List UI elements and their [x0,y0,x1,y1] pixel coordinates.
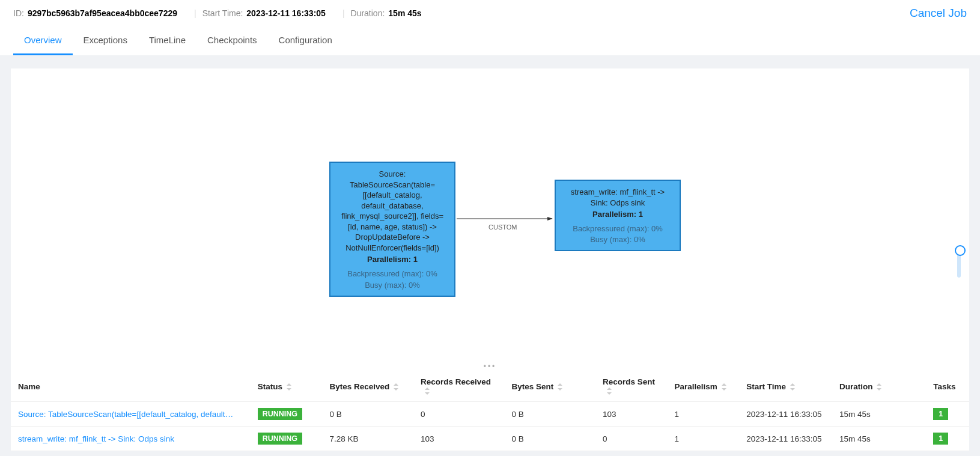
job-meta-row: ID: 9297bc5963b7af95eacea4bb0cee7229 | S… [13,0,967,26]
id-value: 9297bc5963b7af95eacea4bb0cee7229 [28,8,177,18]
graph-node-title: Source: TableSourceScan(table=[[default_… [338,169,447,253]
cancel-job-link[interactable]: Cancel Job [910,7,967,20]
graph-node-busy: Busy (max): 0% [563,234,672,245]
graph-edge [11,68,969,363]
ellipsis-icon: ••• [484,362,497,371]
bytes-received-cell: 0 B [322,402,413,427]
sort-icon [393,383,399,391]
col-status[interactable]: Status [251,371,323,402]
sort-icon [424,388,430,395]
sort-icon [876,383,882,391]
start-time-cell: 2023-12-11 16:33:05 [739,402,832,427]
sort-icon [790,383,796,391]
records-received-cell: 0 [413,402,505,427]
tab-exceptions[interactable]: Exceptions [73,35,138,55]
bytes-sent-cell: 0 B [504,427,595,451]
tasks-badge: 1 [933,433,948,445]
graph-node-sink[interactable]: stream_write: mf_flink_tt -> Sink: Odps … [555,180,681,251]
sort-icon [606,388,612,395]
col-duration[interactable]: Duration [832,371,926,402]
graph-node-parallelism: Parallelism: 1 [338,255,447,264]
panel-divider[interactable]: ••• [11,363,969,371]
duration-value: 15m 45s [388,8,421,18]
operator-name-link[interactable]: stream_write: mf_flink_tt -> Sink: Odps … [18,434,174,443]
col-name[interactable]: Name [11,371,251,402]
duration-cell: 15m 45s [832,427,926,451]
col-bytes-received[interactable]: Bytes Received [322,371,413,402]
records-sent-cell: 0 [595,427,668,451]
id-label: ID: [13,8,24,18]
tasks-badge: 1 [933,408,948,420]
duration-cell: 15m 45s [832,402,926,427]
separator: | [194,8,196,18]
zoom-slider[interactable] [957,249,961,278]
sort-icon [721,383,727,391]
sort-icon [286,383,292,391]
col-tasks[interactable]: Tasks [926,371,969,402]
graph-edge-label: CUSTOM [488,223,517,231]
status-badge: RUNNING [258,433,302,445]
sort-icon [557,383,563,391]
parallelism-cell: 1 [668,402,740,427]
tab-configuration[interactable]: Configuration [268,35,343,55]
graph-node-title: stream_write: mf_flink_tt -> Sink: Odps … [563,187,672,208]
operator-name-link[interactable]: Source: TableSourceScan(table=[[default_… [18,410,234,419]
parallelism-cell: 1 [668,427,740,451]
job-header: ID: 9297bc5963b7af95eacea4bb0cee7229 | S… [0,0,980,55]
status-badge: RUNNING [258,408,302,420]
bytes-sent-cell: 0 B [504,402,595,427]
job-graph[interactable]: Source: TableSourceScan(table=[[default_… [11,68,969,363]
start-time-cell: 2023-12-11 16:33:05 [739,427,832,451]
graph-node-backpressure: Backpressured (max): 0% [338,269,447,279]
graph-node-busy: Busy (max): 0% [338,280,447,291]
tab-overview[interactable]: Overview [13,35,73,55]
graph-node-parallelism: Parallelism: 1 [563,210,672,219]
start-time-label: Start Time: [202,8,243,18]
tab-checkpoints[interactable]: Checkpoints [196,35,268,55]
records-received-cell: 103 [413,427,505,451]
col-records-sent[interactable]: Records Sent [595,371,668,402]
col-start-time[interactable]: Start Time [739,371,832,402]
graph-node-source[interactable]: Source: TableSourceScan(table=[[default_… [329,162,455,297]
duration-label: Duration: [351,8,385,18]
separator: | [342,8,345,18]
col-bytes-sent[interactable]: Bytes Sent [504,371,595,402]
tab-timeline[interactable]: TimeLine [138,35,196,55]
operators-table: Name Status Bytes Received Records Recei… [11,371,969,451]
table-row: Source: TableSourceScan(table=[[default_… [11,402,969,427]
table-row: stream_write: mf_flink_tt -> Sink: Odps … [11,427,969,451]
col-parallelism[interactable]: Parallelism [668,371,740,402]
col-records-received[interactable]: Records Received [413,371,505,402]
bytes-received-cell: 7.28 KB [322,427,413,451]
records-sent-cell: 103 [595,402,668,427]
tabs: Overview Exceptions TimeLine Checkpoints… [13,26,967,55]
start-time-value: 2023-12-11 16:33:05 [246,8,326,18]
graph-node-backpressure: Backpressured (max): 0% [563,223,672,234]
